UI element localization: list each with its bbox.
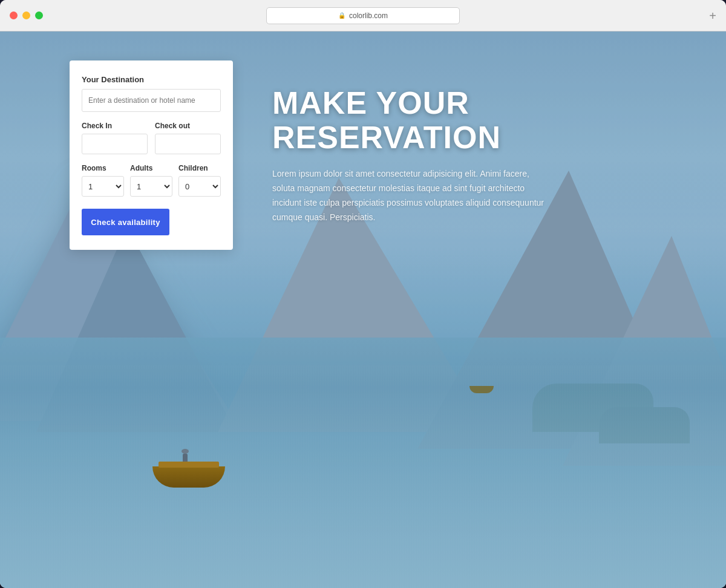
- boat-container: [152, 466, 225, 488]
- headline-line2: RESERVATION: [272, 120, 501, 155]
- headline-area: MAKE YOUR RESERVATION Lorem ipsum dolor …: [272, 86, 678, 225]
- rooms-group: Rooms 1 2 3 4: [82, 164, 124, 197]
- adults-group: Adults 1 2 3 4: [130, 164, 172, 197]
- date-row: Check In Check out: [82, 122, 221, 154]
- checkin-input[interactable]: [82, 134, 148, 154]
- traffic-lights: [10, 11, 43, 19]
- reservation-form-card: Your Destination Check In Check out Room…: [70, 60, 233, 250]
- children-label: Children: [178, 164, 221, 172]
- adults-label: Adults: [130, 164, 172, 172]
- minimize-button[interactable]: [22, 11, 30, 19]
- check-availability-button[interactable]: Check availability: [82, 209, 169, 235]
- titlebar: 🔒 colorlib.com +: [0, 0, 726, 31]
- destination-label: Your Destination: [82, 75, 221, 84]
- small-boat: [469, 386, 494, 393]
- close-button[interactable]: [10, 11, 18, 19]
- lock-icon: 🔒: [338, 12, 345, 19]
- rooms-label: Rooms: [82, 164, 124, 172]
- checkin-group: Check In: [82, 122, 148, 154]
- adults-select[interactable]: 1 2 3 4: [130, 176, 172, 197]
- content-area: Your Destination Check In Check out Room…: [0, 31, 726, 588]
- checkout-group: Check out: [155, 122, 221, 154]
- new-tab-button[interactable]: +: [709, 8, 716, 22]
- address-bar[interactable]: 🔒 colorlib.com: [266, 7, 460, 24]
- checkout-label: Check out: [155, 122, 221, 130]
- counters-row: Rooms 1 2 3 4 Adults 1 2 3 4: [82, 164, 221, 197]
- children-select[interactable]: 0 1 2 3: [178, 176, 221, 197]
- headline-subtitle: Lorem ipsum dolor sit amet consectetur a…: [272, 167, 551, 224]
- checkout-input[interactable]: [155, 134, 221, 154]
- headline-line1: MAKE YOUR: [272, 85, 469, 120]
- destination-input[interactable]: [82, 89, 221, 112]
- rooms-select[interactable]: 1 2 3 4: [82, 176, 124, 197]
- maximize-button[interactable]: [35, 11, 43, 19]
- children-group: Children 0 1 2 3: [178, 164, 221, 197]
- checkin-label: Check In: [82, 122, 148, 130]
- window-chrome: 🔒 colorlib.com +: [0, 0, 726, 588]
- url-text: colorlib.com: [349, 11, 388, 20]
- boat: [152, 466, 225, 488]
- headline-title: MAKE YOUR RESERVATION: [272, 86, 678, 155]
